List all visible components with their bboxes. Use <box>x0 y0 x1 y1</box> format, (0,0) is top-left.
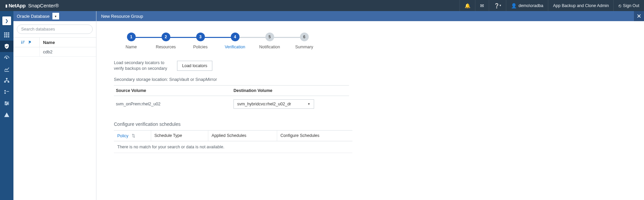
nav-settings[interactable] <box>0 98 13 109</box>
flag-icon[interactable] <box>28 40 33 45</box>
wizard-stepper: 1Name2Resources3Policies4Verification5No… <box>114 33 644 49</box>
sort-icon: ⇅ <box>132 134 135 138</box>
col-configure-schedules[interactable]: Configure Schedules <box>277 130 352 141</box>
nav-monitor[interactable] <box>0 52 13 63</box>
chart-icon <box>4 66 10 72</box>
wizard-step-summary: 6Summary <box>287 33 321 49</box>
step-number: 5 <box>265 33 274 41</box>
list-item: cdb2 <box>13 47 96 57</box>
wizard-step-notification: 5Notification <box>252 33 287 49</box>
load-locators-button[interactable]: Load locators <box>177 61 212 71</box>
svg-rect-14 <box>4 90 6 92</box>
schedules-empty: There is no match for your search or dat… <box>114 141 352 153</box>
resource-list: cdb2 <box>13 47 96 200</box>
grid-icon <box>4 32 10 38</box>
svg-rect-3 <box>4 34 6 36</box>
destination-volume-select[interactable]: svm_hybridcvo:rhel2_u02_dr ▼ <box>233 99 314 109</box>
svg-rect-16 <box>7 91 9 92</box>
step-label: Name <box>114 45 148 49</box>
messages-button[interactable]: ✉ <box>475 0 489 11</box>
svg-line-10 <box>5 57 7 58</box>
help-menu[interactable]: ❔ <box>489 0 506 11</box>
signout-button[interactable]: ⎋ Sign Out <box>613 0 644 11</box>
svg-rect-11 <box>6 78 8 80</box>
user-icon: 👤 <box>511 3 517 8</box>
svg-rect-1 <box>6 33 7 34</box>
resource-type-label: Oracle Database <box>17 14 50 19</box>
svg-rect-17 <box>6 91 7 92</box>
wizard-step-verification[interactable]: 4Verification <box>218 33 252 49</box>
svg-rect-4 <box>6 34 7 36</box>
svg-rect-12 <box>4 81 6 83</box>
col-schedule-type[interactable]: Schedule Type <box>151 130 208 141</box>
sort-icon[interactable] <box>20 40 25 45</box>
svg-point-21 <box>5 102 6 103</box>
svg-rect-0 <box>4 33 6 34</box>
brand-product: SnapCenter® <box>28 3 59 8</box>
chevron-right-icon: ❯ <box>5 18 8 23</box>
secondary-storage-title: Secondary storage location: SnapVault or… <box>114 77 372 82</box>
step-label: Resources <box>148 45 183 49</box>
caret-down-icon: ▾ <box>55 14 56 18</box>
storage-icon <box>4 89 10 95</box>
nav-alerts[interactable] <box>0 109 13 120</box>
caret-down-icon: ▼ <box>307 102 310 106</box>
column-name-header[interactable]: Name <box>40 38 96 47</box>
step-label: Notification <box>252 45 287 49</box>
sliders-icon <box>4 100 10 106</box>
svg-rect-13 <box>8 81 9 83</box>
close-icon: ✕ <box>637 13 641 20</box>
close-button[interactable]: ✕ <box>634 11 644 21</box>
svg-rect-8 <box>8 36 9 38</box>
signout-icon: ⎋ <box>618 3 621 8</box>
svg-rect-15 <box>4 93 6 94</box>
step-label: Verification <box>218 45 252 49</box>
user-name: demo\oradba <box>519 3 544 8</box>
wizard-step-resources[interactable]: 2Resources <box>148 33 183 49</box>
step-number: 2 <box>162 33 170 41</box>
col-applied-schedules[interactable]: Applied Schedules <box>208 130 277 141</box>
role-label[interactable]: App Backup and Clone Admin <box>548 0 613 11</box>
svg-rect-2 <box>8 33 9 34</box>
nav-resources[interactable] <box>0 41 13 52</box>
wizard-step-name[interactable]: 1Name <box>114 33 148 49</box>
user-menu[interactable]: 👤 demo\oradba <box>506 0 548 11</box>
col-destination-volume: Destination Volume <box>231 85 349 96</box>
resource-type-dropdown[interactable]: ▾ <box>52 13 59 19</box>
schedules-title: Configure verification schedules <box>114 121 372 127</box>
col-policy[interactable]: Policy ⇅ <box>114 130 151 141</box>
topbar: NetApp SnapCenter® 🔔 ✉ ❔ 👤 demo\oradba A… <box>0 0 644 11</box>
nav-hosts[interactable] <box>0 75 13 86</box>
destination-volume-value: svm_hybridcvo:rhel2_u02_dr <box>237 102 291 106</box>
step-number: 1 <box>127 33 136 41</box>
resource-panel: Oracle Database ▾ Name cdb2 <box>13 11 96 200</box>
notifications-button[interactable]: 🔔 <box>460 0 475 11</box>
svg-rect-6 <box>4 36 6 38</box>
search-input[interactable] <box>17 24 93 34</box>
mail-icon: ✉ <box>480 3 484 8</box>
step-number: 6 <box>300 33 309 41</box>
table-row: svm_onPrem:rhel2_u02 svm_hybridcvo:rhel2… <box>114 96 349 112</box>
shield-check-icon <box>4 43 10 49</box>
svg-rect-7 <box>6 36 7 38</box>
nav-rail: ❯ <box>0 11 13 200</box>
wizard-step-policies[interactable]: 3Policies <box>183 33 218 49</box>
volume-table: Source Volume Destination Volume svm_onP… <box>114 85 349 112</box>
gauge-icon <box>4 55 10 61</box>
main-header: New Resource Group ✕ <box>96 11 644 21</box>
step-number: 3 <box>196 33 205 41</box>
source-volume-cell: svm_onPrem:rhel2_u02 <box>114 96 231 112</box>
schedules-table: Policy ⇅ Schedule Type Applied Schedules… <box>114 130 352 153</box>
step-label: Policies <box>183 45 218 49</box>
nav-dashboard[interactable] <box>0 29 13 41</box>
brand: NetApp SnapCenter® <box>0 3 62 8</box>
resource-item[interactable]: cdb2 <box>40 47 96 56</box>
nav-storage[interactable] <box>0 86 13 98</box>
rail-toggle[interactable]: ❯ <box>2 16 11 25</box>
nav-reports[interactable] <box>0 63 13 75</box>
svg-point-22 <box>7 103 8 104</box>
load-locators-text: Load secondary locators to verify backup… <box>114 60 168 71</box>
hosts-icon <box>4 78 10 84</box>
warning-icon <box>4 112 10 118</box>
resource-type-header: Oracle Database ▾ <box>13 11 96 21</box>
